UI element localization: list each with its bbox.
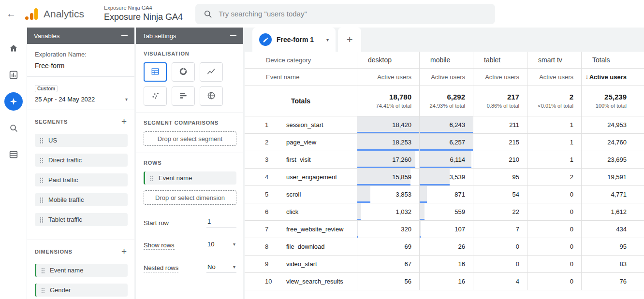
row-label-cell: 8file_download: [245, 238, 357, 255]
drag-handle-icon[interactable]: [40, 217, 44, 223]
totals-percent: 100% of total: [596, 103, 627, 109]
table-row[interactable]: 10view_search_results56164076: [245, 273, 644, 290]
value-cell: 18,420: [357, 116, 419, 133]
add-dimension-button[interactable]: +: [120, 247, 128, 256]
value-cell: 56: [357, 273, 419, 290]
row-index: 4: [265, 173, 286, 181]
drag-handle-icon[interactable]: [41, 287, 45, 293]
segment-chip-label: Tablet traffic: [48, 216, 82, 223]
bar-chart-button[interactable]: [172, 86, 195, 106]
heat-bar: [420, 221, 421, 238]
table-row[interactable]: 4user_engagement15,8593,53995219,591: [245, 169, 644, 186]
value-cell: 6,114: [419, 151, 473, 168]
drag-handle-icon[interactable]: [40, 197, 44, 203]
table-row[interactable]: 1session_start18,4206,243211124,953: [245, 116, 644, 134]
drop-segment-zone[interactable]: Drop or select segment: [144, 131, 236, 146]
metric-header[interactable]: Active users: [419, 69, 473, 85]
line-chart-button[interactable]: [200, 62, 223, 82]
table-row[interactable]: 7free_website_review32010770434: [245, 221, 644, 238]
exploration-name-value[interactable]: Free-form: [35, 62, 128, 70]
dimension-chip[interactable]: Event name: [35, 264, 128, 277]
drag-handle-icon[interactable]: [150, 175, 154, 181]
nav-rail: [0, 28, 27, 299]
drag-handle-icon[interactable]: [41, 268, 45, 273]
value-cell: 320: [357, 221, 419, 238]
segment-chip[interactable]: Direct traffic: [35, 154, 128, 167]
drag-handle-icon[interactable]: [40, 177, 44, 183]
value-text: 871: [454, 191, 465, 198]
table-chart-icon: [150, 67, 160, 78]
table-row[interactable]: 8file_download69260095: [245, 238, 644, 256]
value-cell: 871: [419, 186, 473, 203]
nav-explore-button[interactable]: [4, 92, 23, 111]
start-row-input[interactable]: 1: [206, 218, 236, 228]
table-row[interactable]: 3first_visit17,2606,114210123,695: [245, 151, 644, 169]
property-switcher[interactable]: Exposure Ninja GA4 Exposure Ninja GA4: [104, 5, 183, 22]
nested-rows-label: Nested rows: [144, 264, 178, 272]
segment-chip[interactable]: Paid traffic: [35, 173, 128, 186]
segment-chip[interactable]: Mobile traffic: [35, 193, 128, 206]
date-range-picker[interactable]: 25 Apr - 24 May 2022 ▾: [35, 96, 128, 103]
value-text: 320: [401, 226, 411, 233]
event-name: video_start: [286, 260, 317, 268]
donut-chart-button[interactable]: [172, 62, 195, 82]
totals-value: 6,292: [447, 93, 465, 101]
scatter-chart-button[interactable]: [144, 86, 167, 106]
back-arrow-icon[interactable]: ←: [0, 8, 22, 19]
value-text: 559: [454, 208, 465, 215]
nested-rows-select[interactable]: No ▾: [206, 263, 236, 273]
value-text: 6,243: [449, 121, 465, 128]
value-text: 0: [570, 243, 573, 250]
drop-dimension-zone[interactable]: Drop or select dimension: [144, 190, 236, 205]
table-chart-button[interactable]: [144, 62, 167, 82]
geo-map-button[interactable]: [200, 86, 223, 106]
value-cell: 7: [473, 221, 527, 238]
drag-handle-icon[interactable]: [40, 138, 44, 143]
nav-reports-button[interactable]: [4, 66, 23, 84]
dimension-chip[interactable]: Gender: [35, 284, 128, 297]
tab-settings-panel-header: Tab settings: [136, 28, 243, 44]
add-tab-button[interactable]: +: [338, 28, 361, 52]
minimize-icon[interactable]: [121, 35, 128, 36]
table-row[interactable]: 5scroll3,8538715404,771: [245, 186, 644, 203]
value-cell: 211: [473, 116, 527, 133]
table-row[interactable]: 2page_view18,2536,257215124,760: [245, 134, 644, 151]
column-header-totals[interactable]: Totals: [581, 52, 644, 68]
column-header-smart-tv[interactable]: smart tv: [527, 52, 581, 68]
table-row[interactable]: 6click1,0325592201,612: [245, 203, 644, 221]
search-input[interactable]: [219, 10, 487, 18]
nav-home-button[interactable]: [4, 39, 23, 57]
drag-handle-icon[interactable]: [40, 157, 44, 163]
minimize-icon[interactable]: [230, 35, 236, 36]
nav-advertising-button[interactable]: [4, 119, 23, 137]
column-header-tablet[interactable]: tablet: [473, 52, 527, 68]
value-text: 1: [570, 121, 573, 128]
segment-chip[interactable]: US: [35, 134, 128, 147]
event-name: session_start: [286, 121, 323, 128]
row-dimension-chip[interactable]: Event name: [144, 171, 236, 185]
totals-percent: 24.93% of total: [430, 103, 465, 109]
column-header-mobile[interactable]: mobile: [419, 52, 473, 68]
metric-header[interactable]: Active users: [473, 69, 527, 85]
metric-header-sorted[interactable]: ↓ Active users: [581, 69, 644, 85]
value-cell: 69: [357, 238, 419, 255]
show-rows-select[interactable]: 10 ▾: [206, 241, 236, 250]
value-text: 18,420: [392, 121, 411, 128]
table-row[interactable]: 9video_start67160083: [245, 256, 644, 273]
nav-configure-button[interactable]: [4, 145, 23, 164]
search-bar[interactable]: [195, 4, 495, 24]
tab-free-form-1[interactable]: Free-form 1 ▾: [252, 28, 336, 52]
metric-header[interactable]: Active users: [527, 69, 581, 85]
row-dimension-chip-label: Event name: [159, 174, 192, 182]
event-name: scroll: [286, 191, 301, 198]
totals-value: 18,780: [389, 93, 411, 101]
column-header-desktop[interactable]: desktop: [357, 52, 419, 68]
add-segment-button[interactable]: +: [120, 117, 128, 126]
value-text: 23,695: [607, 156, 627, 163]
row-index: 1: [265, 121, 286, 128]
chevron-down-icon[interactable]: ▾: [326, 37, 329, 43]
table-header-device-row: Device category desktop mobile tablet sm…: [245, 52, 644, 69]
value-text: 76: [620, 278, 627, 285]
metric-header[interactable]: Active users: [357, 69, 419, 85]
segment-chip[interactable]: Tablet traffic: [35, 213, 128, 226]
